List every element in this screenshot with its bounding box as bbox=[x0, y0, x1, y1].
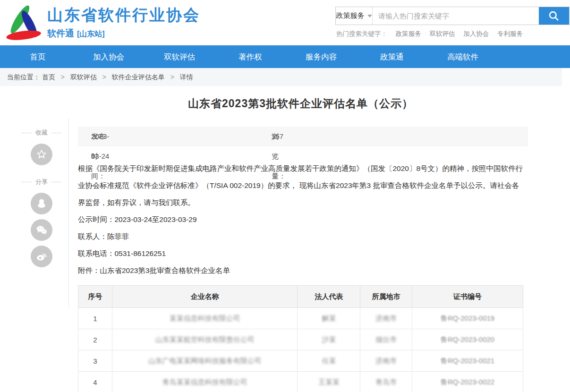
nav-item-home[interactable]: 首页 bbox=[2, 45, 73, 68]
cell-cert-no: 鲁RQ-2023-0020 bbox=[412, 329, 523, 350]
cell-city: 济南市 bbox=[360, 350, 412, 372]
contact-phone: 联系电话：0531-86126251 bbox=[78, 245, 526, 262]
search-bar: 政策服务 bbox=[335, 7, 570, 25]
page: 山东省软件行业协会 软件通[山东站] 政策服务 热门搜索关键字： 政策服务 双软… bbox=[0, 0, 570, 392]
cell-company: 青岛某某信息科技有限公司 bbox=[112, 372, 298, 392]
breadcrumb-separator: > bbox=[170, 73, 174, 81]
search-icon bbox=[548, 10, 560, 22]
vertical-divider bbox=[68, 118, 69, 307]
side-rail: 收藏 分享 bbox=[14, 128, 69, 267]
article-body: 根据《国务院关于印发新时期促进集成电路产业和软件产业高质量发展若干政策的通知》（… bbox=[78, 160, 526, 279]
page-title: 山东省2023第3批软件企业评估名单（公示） bbox=[78, 96, 523, 111]
hot-keyword-link[interactable]: 加入协会 bbox=[463, 30, 489, 37]
hot-keyword-link[interactable]: 专利服务 bbox=[497, 30, 523, 37]
nav-item-copyright[interactable]: 著作权 bbox=[215, 45, 286, 68]
site-subtitle: 软件通[山东站] bbox=[47, 27, 200, 40]
col-header-cert-no: 证书编号 bbox=[412, 286, 523, 308]
enterprise-table: 序号 企业名称 法人代表 所属地市 证书编号 1 某某信息科技有限公司 解某 济… bbox=[78, 285, 523, 392]
site-title: 山东省软件行业协会 bbox=[47, 6, 200, 25]
nav-item-join[interactable]: 加入协会 bbox=[73, 45, 144, 68]
caret-down-icon bbox=[367, 15, 372, 17]
col-header-legal-rep: 法人代表 bbox=[298, 286, 360, 308]
hot-keyword-link[interactable]: 政策服务 bbox=[396, 30, 421, 37]
cell-legal-rep: 解某 bbox=[298, 308, 360, 329]
site-header: 山东省软件行业协会 软件通[山东站] 政策服务 热门搜索关键字： 政策服务 双软… bbox=[0, 0, 570, 45]
table-header-row: 序号 企业名称 法人代表 所属地市 证书编号 bbox=[78, 286, 523, 308]
favorite-label: 收藏 bbox=[14, 128, 69, 137]
site-subtitle-tag: [山东站] bbox=[77, 30, 105, 38]
share-weibo-button[interactable] bbox=[31, 246, 52, 267]
cell-city: 济南市 bbox=[360, 308, 412, 329]
notice-paragraph: 根据《国务院关于印发新时期促进集成电路产业和软件产业高质量发展若干政策的通知》（… bbox=[78, 160, 526, 211]
share-qq-button[interactable] bbox=[31, 193, 52, 214]
breadcrumb-double-soft-eval[interactable]: 双软评估 bbox=[70, 73, 97, 81]
main-nav: 首页 加入协会 双软评估 著作权 服务内容 政策通 高端软件 bbox=[0, 45, 570, 68]
cell-city: 烟台市 bbox=[360, 329, 412, 350]
publicity-period: 公示时间：2023-03-24至2023-03-29 bbox=[78, 211, 526, 228]
col-header-no: 序号 bbox=[78, 286, 112, 308]
nav-item-highend-software[interactable]: 高端软件 bbox=[427, 45, 498, 68]
cell-company: 某某信息科技有限公司 bbox=[112, 308, 298, 329]
search-input[interactable] bbox=[373, 7, 539, 25]
col-header-city: 所属地市 bbox=[360, 286, 412, 308]
article-main: 发布时间：2023-03-24 浏 览 量：157 根据《国务院关于印发新时期促… bbox=[78, 127, 528, 392]
cell-no: 1 bbox=[78, 308, 112, 329]
breadcrumb: 当前位置： 首页 > 双软评估 > 软件企业评估名单 > 详情 bbox=[0, 68, 562, 86]
cell-company: 山东某某航空科技有限责任公司 bbox=[112, 329, 298, 350]
wechat-icon bbox=[35, 223, 48, 237]
association-logo-icon bbox=[4, 2, 44, 43]
cell-legal-rep: 任某 bbox=[298, 350, 360, 372]
favorite-label-text: 收藏 bbox=[35, 128, 48, 137]
breadcrumb-separator: > bbox=[102, 73, 106, 81]
cell-legal-rep: 沙某 bbox=[298, 329, 360, 350]
article-meta-bar: 发布时间：2023-03-24 浏 览 量：157 bbox=[78, 127, 528, 146]
hot-keywords-label: 热门搜索关键字： bbox=[336, 30, 387, 37]
cell-no: 2 bbox=[78, 329, 112, 350]
attachment-line: 附件：山东省2023第3批审查合格软件企业名单 bbox=[78, 262, 526, 279]
cell-company: 山东广电某某网络科技服务有限公司 bbox=[112, 350, 298, 372]
breadcrumb-eval-list[interactable]: 软件企业评估名单 bbox=[112, 73, 165, 81]
nav-item-policy[interactable]: 政策通 bbox=[357, 45, 427, 68]
brand-block: 山东省软件行业协会 软件通[山东站] bbox=[47, 6, 200, 40]
hot-keyword-link[interactable]: 双软评估 bbox=[430, 30, 455, 37]
qq-icon bbox=[35, 197, 48, 210]
cell-no: 4 bbox=[78, 372, 112, 392]
breadcrumb-detail: 详情 bbox=[180, 73, 193, 81]
weibo-icon bbox=[35, 250, 48, 263]
site-subtitle-text: 软件通 bbox=[47, 28, 74, 38]
breadcrumb-label: 当前位置： bbox=[7, 73, 40, 81]
table-row: 2 山东某某航空科技有限责任公司 沙某 烟台市 鲁RQ-2023-0020 bbox=[78, 329, 523, 350]
contact-person: 联系人：陈菲菲 bbox=[78, 228, 526, 245]
nav-item-double-soft-eval[interactable]: 双软评估 bbox=[144, 45, 215, 68]
search-button[interactable] bbox=[539, 7, 569, 25]
breadcrumb-home[interactable]: 首页 bbox=[42, 73, 55, 81]
table-row: 1 某某信息科技有限公司 解某 济南市 鲁RQ-2023-0019 bbox=[78, 308, 523, 329]
breadcrumb-separator: > bbox=[61, 73, 65, 81]
nav-item-services[interactable]: 服务内容 bbox=[286, 45, 357, 68]
hot-keywords: 热门搜索关键字： 政策服务 双软评估 加入协会 专利服务 bbox=[336, 30, 523, 38]
favorite-button[interactable] bbox=[31, 144, 52, 165]
cell-no: 3 bbox=[78, 350, 112, 372]
cell-cert-no: 鲁RQ-2023-0019 bbox=[412, 308, 523, 329]
cell-cert-no: 鲁RQ-2023-0022 bbox=[412, 372, 523, 392]
search-category-dropdown[interactable]: 政策服务 bbox=[336, 7, 373, 25]
table-row: 3 山东广电某某网络科技服务有限公司 任某 济南市 鲁RQ-2023-0021 bbox=[78, 350, 523, 372]
star-icon bbox=[35, 148, 48, 161]
cell-cert-no: 鲁RQ-2023-0021 bbox=[412, 350, 523, 372]
table-row: 4 青岛某某信息科技有限公司 王某某 青岛市 鲁RQ-2023-0022 bbox=[78, 372, 523, 392]
share-label-text: 分享 bbox=[35, 178, 48, 186]
share-wechat-button[interactable] bbox=[31, 219, 52, 241]
cell-legal-rep: 王某某 bbox=[298, 372, 360, 392]
cell-city: 青岛市 bbox=[360, 372, 412, 392]
share-label: 分享 bbox=[14, 178, 69, 186]
article-content: 山东省2023第3批软件企业评估名单（公示） 收藏 分享 bbox=[0, 86, 570, 392]
col-header-company: 企业名称 bbox=[112, 286, 298, 308]
search-category-value: 政策服务 bbox=[336, 11, 365, 20]
